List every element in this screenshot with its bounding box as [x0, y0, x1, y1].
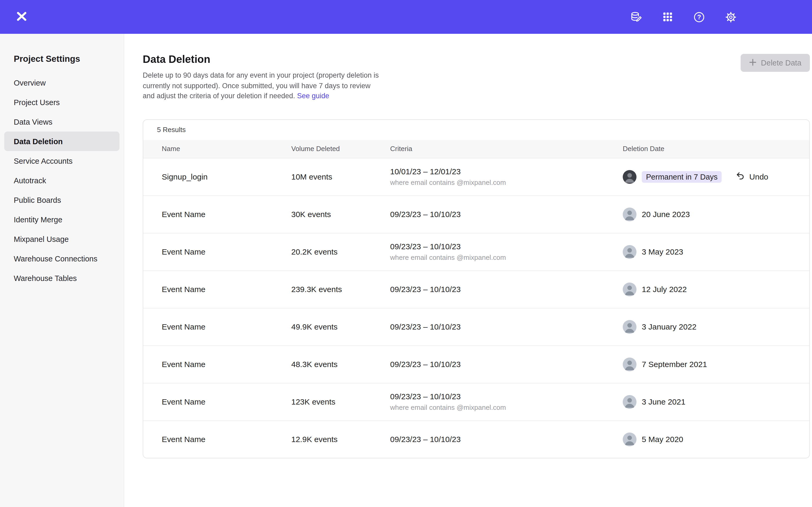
- table-row: Event Name 30K events 09/23/23 – 10/10/2…: [143, 195, 809, 233]
- row-deletion-date: 3 June 2021: [642, 397, 686, 406]
- row-criteria-filter: where email contains @mixpanel.com: [390, 178, 623, 186]
- row-criteria-cell: 09/23/23 – 10/10/23 where email contains…: [390, 242, 623, 262]
- row-criteria-filter: where email contains @mixpanel.com: [390, 403, 623, 411]
- row-name: Signup_login: [162, 172, 291, 181]
- row-criteria-filter: where email contains @mixpanel.com: [390, 253, 623, 262]
- row-name: Event Name: [162, 285, 291, 294]
- sidebar-item-service-accounts[interactable]: Service Accounts: [0, 151, 124, 171]
- help-icon[interactable]: ?: [693, 11, 705, 23]
- avatar: [623, 207, 637, 221]
- row-deletion-date: 12 July 2022: [642, 285, 687, 294]
- avatar: [623, 395, 637, 408]
- table-row: Event Name 123K events 09/23/23 – 10/10/…: [143, 383, 809, 420]
- row-criteria: 09/23/23 – 10/10/23: [390, 360, 623, 369]
- sidebar-item-warehouse-connections[interactable]: Warehouse Connections: [0, 249, 124, 268]
- data-management-icon[interactable]: [629, 11, 642, 23]
- row-criteria: 09/23/23 – 10/10/23: [390, 322, 623, 331]
- avatar: [623, 282, 637, 296]
- mixpanel-logo-icon: [15, 10, 29, 24]
- column-header-volume: Volume Deleted: [291, 145, 390, 153]
- row-criteria-cell: 09/23/23 – 10/10/23: [390, 210, 623, 219]
- row-volume: 49.9K events: [291, 322, 390, 331]
- topbar: ?: [0, 0, 812, 34]
- deletion-table-card: 5 Results Name Volume Deleted Criteria D…: [143, 119, 810, 458]
- row-deletion-date-cell: 20 June 2023: [623, 207, 799, 221]
- row-criteria-cell: 09/23/23 – 10/10/23: [390, 322, 623, 331]
- row-deletion-date: 3 May 2023: [642, 247, 683, 256]
- row-volume: 20.2K events: [291, 247, 390, 256]
- avatar: [623, 320, 637, 334]
- row-volume: 48.3K events: [291, 360, 390, 369]
- plus-icon: [749, 58, 757, 67]
- row-criteria-cell: 10/01/23 – 12/01/23 where email contains…: [390, 167, 623, 186]
- row-deletion-date: 5 May 2020: [642, 435, 683, 444]
- sidebar-item-data-views[interactable]: Data Views: [0, 112, 124, 131]
- row-deletion-date-cell: Permanent in 7 Days Undo: [623, 170, 799, 183]
- row-criteria-cell: 09/23/23 – 10/10/23: [390, 360, 623, 369]
- delete-data-button-label: Delete Data: [761, 59, 801, 67]
- delete-data-button[interactable]: Delete Data: [741, 54, 810, 72]
- row-deletion-date-cell: 3 June 2021: [623, 395, 799, 408]
- table-row: Event Name 12.9K events 09/23/23 – 10/10…: [143, 420, 809, 458]
- undo-icon: [735, 171, 745, 182]
- sidebar-item-warehouse-tables[interactable]: Warehouse Tables: [0, 268, 124, 288]
- row-volume: 10M events: [291, 172, 390, 181]
- table-row: Event Name 48.3K events 09/23/23 – 10/10…: [143, 345, 809, 383]
- row-name: Event Name: [162, 360, 291, 369]
- table-row: Event Name 49.9K events 09/23/23 – 10/10…: [143, 307, 809, 345]
- results-count: 5 Results: [143, 120, 809, 140]
- row-criteria: 09/23/23 – 10/10/23: [390, 210, 623, 219]
- row-volume: 123K events: [291, 397, 390, 406]
- row-criteria: 09/23/23 – 10/10/23: [390, 392, 623, 401]
- row-name: Event Name: [162, 435, 291, 444]
- topbar-icons: ?: [629, 11, 737, 23]
- row-deletion-date: 3 January 2022: [642, 322, 697, 331]
- avatar: [623, 245, 637, 259]
- sidebar-item-data-deletion[interactable]: Data Deletion: [4, 131, 119, 151]
- row-criteria-cell: 09/23/23 – 10/10/23: [390, 285, 623, 294]
- row-deletion-date-cell: 7 September 2021: [623, 357, 799, 371]
- row-deletion-date-cell: 3 May 2023: [623, 245, 799, 259]
- sidebar-item-identity-merge[interactable]: Identity Merge: [0, 210, 124, 229]
- row-name: Event Name: [162, 397, 291, 406]
- table-header-row: Name Volume Deleted Criteria Deletion Da…: [143, 140, 809, 158]
- row-name: Event Name: [162, 247, 291, 256]
- page-intro: Data Deletion Delete up to 90 days data …: [143, 53, 380, 101]
- sidebar-item-public-boards[interactable]: Public Boards: [0, 190, 124, 210]
- row-criteria: 09/23/23 – 10/10/23: [390, 435, 623, 444]
- table-row: Event Name 239.3K events 09/23/23 – 10/1…: [143, 270, 809, 307]
- mixpanel-logo[interactable]: [15, 10, 29, 24]
- avatar: [623, 357, 637, 371]
- row-deletion-date-cell: 3 January 2022: [623, 320, 799, 334]
- main-content: Data Deletion Delete up to 90 days data …: [124, 34, 812, 507]
- avatar: [623, 432, 637, 446]
- undo-button[interactable]: Undo: [735, 171, 768, 182]
- avatar: [623, 170, 637, 183]
- row-volume: 12.9K events: [291, 435, 390, 444]
- settings-icon[interactable]: [725, 11, 737, 23]
- row-deletion-date-cell: 5 May 2020: [623, 432, 799, 446]
- row-name: Event Name: [162, 210, 291, 219]
- row-volume: 30K events: [291, 210, 390, 219]
- row-deletion-date-cell: 12 July 2022: [623, 282, 799, 296]
- svg-text:?: ?: [697, 13, 701, 20]
- sidebar-title: Project Settings: [14, 54, 124, 64]
- sidebar-item-mixpanel-usage[interactable]: Mixpanel Usage: [0, 229, 124, 249]
- row-criteria-cell: 09/23/23 – 10/10/23 where email contains…: [390, 392, 623, 411]
- row-deletion-date: 7 September 2021: [642, 360, 707, 369]
- sidebar-item-overview[interactable]: Overview: [0, 73, 124, 93]
- page-description-text: Delete up to 90 days data for any event …: [143, 71, 379, 100]
- undo-label: Undo: [749, 172, 768, 181]
- table-row: Signup_login 10M events 10/01/23 – 12/01…: [143, 158, 809, 195]
- page-description: Delete up to 90 days data for any event …: [143, 70, 380, 101]
- column-header-criteria: Criteria: [390, 145, 623, 153]
- row-deletion-date: 20 June 2023: [642, 210, 690, 219]
- see-guide-link[interactable]: See guide: [297, 92, 329, 100]
- apps-grid-icon[interactable]: [662, 11, 673, 23]
- deletion-status-badge: Permanent in 7 Days: [642, 171, 722, 182]
- table-row: Event Name 20.2K events 09/23/23 – 10/10…: [143, 233, 809, 270]
- row-criteria: 09/23/23 – 10/10/23: [390, 242, 623, 251]
- sidebar-item-autotrack[interactable]: Autotrack: [0, 171, 124, 190]
- sidebar-item-project-users[interactable]: Project Users: [0, 93, 124, 112]
- column-header-deletion-date: Deletion Date: [623, 145, 799, 153]
